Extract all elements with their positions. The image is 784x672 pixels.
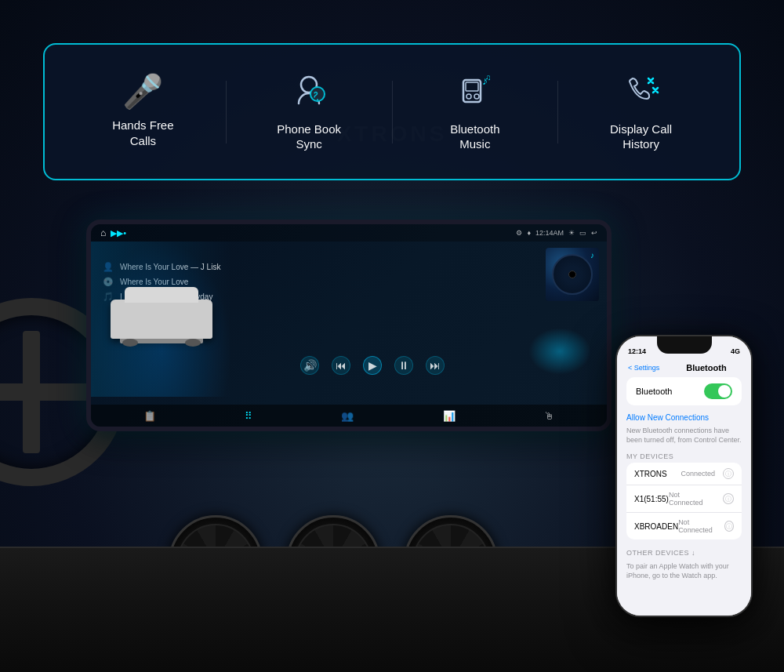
allow-desc: New Bluetooth connections have been turn…	[626, 425, 742, 449]
home-icon[interactable]: ⌂	[100, 227, 106, 238]
status-bar: ⌂ ▶▶• ⚙ ♦ 12:14AM ☀ ▭ ↩	[91, 224, 607, 242]
device-xbroaden-status-row: Not Connected ⓘ	[678, 518, 734, 534]
device-xtrons-status-row: Connected ⓘ	[681, 468, 734, 479]
head-unit: ⌂ ▶▶• ⚙ ♦ 12:14AM ☀ ▭ ↩	[86, 220, 612, 431]
svg-rect-4	[466, 82, 478, 91]
bluetooth-toggle-row: Bluetooth	[626, 377, 742, 405]
glow-effect	[528, 328, 591, 375]
call-history-label: Display Call History	[610, 122, 672, 152]
feature-box: 🎤 Hands Free Calls Phone Book Sync	[43, 43, 741, 180]
status-right: ⚙ ♦ 12:14AM ☀ ▭ ↩	[516, 229, 597, 237]
device-xbroaden-info[interactable]: ⓘ	[724, 521, 734, 532]
phonebook-icon	[292, 72, 325, 112]
nav-icon-2[interactable]: ⠿	[245, 410, 252, 422]
phone-back-btn[interactable]: < Settings	[628, 364, 659, 372]
call-history-icon	[623, 72, 659, 112]
device-x1-status-row: Not Connected ⓘ	[669, 491, 734, 507]
bluetooth-toggle[interactable]	[704, 383, 732, 399]
clock: 12:14AM	[535, 229, 564, 237]
pause-btn[interactable]: ⏸	[394, 356, 413, 375]
device-x1-status: Not Connected	[669, 491, 715, 507]
phone-container: 12:14 4G < Settings Bluetooth Bluetooth …	[615, 335, 768, 633]
phone-time: 12:14	[628, 347, 646, 355]
wifi-indicator: ♦	[527, 229, 531, 237]
brightness-icon: ☀	[568, 229, 575, 237]
head-unit-screen: ⌂ ▶▶• ⚙ ♦ 12:14AM ☀ ▭ ↩	[91, 224, 607, 427]
other-devices-section: OTHER DEVICES ↓ To pair an Apple Watch w…	[626, 546, 742, 580]
device-xbroaden[interactable]: XBROADEN Not Connected ⓘ	[626, 513, 742, 539]
microphone-icon: 🎤	[122, 75, 163, 108]
device-xtrons-info[interactable]: ⓘ	[723, 468, 734, 479]
next-btn[interactable]: ⏭	[426, 356, 445, 375]
bluetooth-music-label: Bluetooth Music	[450, 122, 499, 152]
status-left: ⌂ ▶▶•	[100, 227, 126, 238]
album-art: ♪	[546, 248, 599, 301]
play-btn[interactable]: ▶	[363, 356, 382, 375]
bottom-nav: 📋 ⠿ 👥 📊 🖱	[91, 405, 607, 427]
device-x1-name: X1(51:55)	[634, 495, 669, 503]
nav-icon-1[interactable]: 📋	[143, 410, 156, 422]
bluetooth-label: Bluetooth	[636, 387, 672, 396]
device-xtrons-name: XTRONS	[634, 470, 667, 478]
back-icon[interactable]: ↩	[591, 229, 597, 237]
nav-icon-5[interactable]: 🖱	[544, 410, 554, 422]
svg-text:♫: ♫	[485, 73, 492, 82]
device-xtrons[interactable]: XTRONS Connected ⓘ	[626, 463, 742, 485]
prev-btn[interactable]: ⏮	[332, 356, 350, 375]
device-xtrons-status: Connected	[681, 470, 715, 478]
device-x1-info[interactable]: ⓘ	[723, 493, 734, 504]
volume-btn[interactable]: 🔊	[300, 356, 319, 375]
phone-frame: 12:14 4G < Settings Bluetooth Bluetooth …	[615, 335, 753, 617]
phone-notch	[657, 336, 712, 354]
feature-call-history: Display Call History	[558, 72, 724, 152]
hands-free-label: Hands Free Calls	[112, 118, 173, 148]
nav-icon-4[interactable]: 📊	[443, 410, 456, 422]
other-devices-desc: To pair an Apple Watch with your iPhone,…	[626, 562, 742, 580]
music-content: 👤 Where Is Your Love — J Lisk 💿 Where Is…	[91, 242, 607, 397]
svg-point-2	[317, 99, 318, 100]
phone-nav-bar: < Settings Bluetooth	[617, 358, 751, 377]
svg-point-5	[466, 94, 471, 99]
controls-bar: 🔊 ⏮ ▶ ⏸ ⏭	[209, 356, 536, 375]
feature-hands-free: 🎤 Hands Free Calls	[60, 75, 226, 148]
phone-screen: 12:14 4G < Settings Bluetooth Bluetooth …	[617, 336, 751, 616]
device-xbroaden-name: XBROADEN	[634, 522, 678, 531]
bluetooth-indicator: ⚙	[516, 229, 522, 237]
my-devices-header: MY DEVICES	[626, 449, 742, 463]
device-x1[interactable]: X1(51:55) Not Connected ⓘ	[626, 485, 742, 513]
screen-icon: ▭	[579, 229, 586, 237]
device-xbroaden-status: Not Connected	[678, 518, 717, 534]
media-controls-indicator: ▶▶•	[111, 228, 126, 238]
allow-connections-link[interactable]: Allow New Connections	[626, 410, 742, 425]
other-devices-header: OTHER DEVICES ↓	[626, 546, 742, 559]
feature-phone-book: Phone Book Sync	[227, 72, 392, 152]
phone-signal: 4G	[731, 347, 740, 355]
feature-bluetooth-music: ♪ ♫ Bluetooth Music	[393, 72, 558, 152]
phone-content: Bluetooth Allow New Connections New Blue…	[617, 377, 751, 616]
phone-book-label: Phone Book Sync	[277, 122, 341, 152]
phone-nav-title: Bluetooth	[686, 363, 726, 372]
bluetooth-music-icon: ♪ ♫	[457, 72, 493, 112]
nav-icon-3[interactable]: 👥	[341, 410, 354, 422]
devices-list: XTRONS Connected ⓘ X1(51:55) Not Connect…	[626, 463, 742, 539]
svg-point-6	[474, 94, 479, 99]
